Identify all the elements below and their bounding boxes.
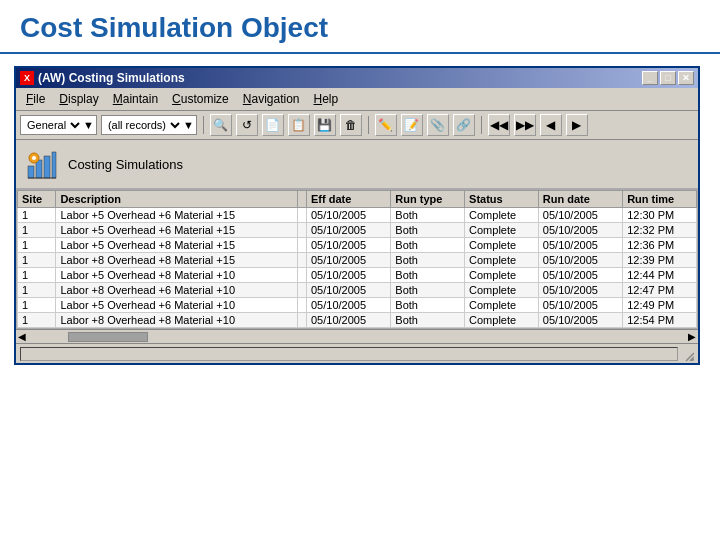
- table-container[interactable]: Site Description Eff date Run type Statu…: [16, 189, 698, 329]
- toolbar-separator-1: [203, 116, 204, 134]
- cell-status: Complete: [465, 268, 539, 283]
- col-status: Status: [465, 191, 539, 208]
- cell-eff-date: 05/10/2005: [307, 238, 391, 253]
- col-description: Description: [56, 191, 298, 208]
- table-row[interactable]: 1 Labor +5 Overhead +6 Material +10 05/1…: [18, 298, 697, 313]
- filter-select[interactable]: (all records): [104, 116, 183, 134]
- refresh-button[interactable]: ↺: [236, 114, 258, 136]
- nav2-button[interactable]: ▶▶: [514, 114, 536, 136]
- save-button[interactable]: 💾: [314, 114, 336, 136]
- window-icon: X: [20, 71, 34, 85]
- attach-button[interactable]: 📎: [427, 114, 449, 136]
- cell-site: 1: [18, 208, 56, 223]
- cell-description: Labor +8 Overhead +6 Material +10: [56, 283, 298, 298]
- cell-eff-date: 05/10/2005: [307, 298, 391, 313]
- app-header: Costing Simulations: [16, 140, 698, 189]
- horizontal-scrollbar[interactable]: ◀ ▶: [16, 329, 698, 343]
- close-button[interactable]: ✕: [678, 71, 694, 85]
- table-row[interactable]: 1 Labor +5 Overhead +8 Material +15 05/1…: [18, 238, 697, 253]
- scrollbar-thumb[interactable]: [68, 332, 148, 342]
- status-bar: [16, 343, 698, 363]
- svg-rect-0: [28, 166, 34, 178]
- table-row[interactable]: 1 Labor +8 Overhead +8 Material +15 05/1…: [18, 253, 697, 268]
- cell-run-time: 12:49 PM: [623, 298, 697, 313]
- table-header-row: Site Description Eff date Run type Statu…: [18, 191, 697, 208]
- cell-run-type: Both: [391, 208, 465, 223]
- page-title: Cost Simulation Object: [0, 0, 720, 54]
- col-run-date: Run date: [538, 191, 622, 208]
- delete-button[interactable]: 🗑: [340, 114, 362, 136]
- cell-blank: [298, 313, 307, 328]
- cell-status: Complete: [465, 313, 539, 328]
- cell-run-time: 12:39 PM: [623, 253, 697, 268]
- cell-site: 1: [18, 283, 56, 298]
- view-combo[interactable]: General ▼: [20, 115, 97, 135]
- view-select[interactable]: General: [23, 116, 83, 134]
- table-row[interactable]: 1 Labor +8 Overhead +6 Material +10 05/1…: [18, 283, 697, 298]
- col-site: Site: [18, 191, 56, 208]
- svg-rect-1: [36, 160, 42, 178]
- cell-site: 1: [18, 253, 56, 268]
- nav4-button[interactable]: ▶: [566, 114, 588, 136]
- table-row[interactable]: 1 Labor +5 Overhead +6 Material +15 05/1…: [18, 223, 697, 238]
- toolbar-separator-2: [368, 116, 369, 134]
- cell-description: Labor +5 Overhead +6 Material +15: [56, 208, 298, 223]
- cell-run-date: 05/10/2005: [538, 298, 622, 313]
- menu-display[interactable]: Display: [53, 90, 104, 108]
- cell-run-time: 12:54 PM: [623, 313, 697, 328]
- svg-point-6: [32, 156, 36, 160]
- new-button[interactable]: 📄: [262, 114, 284, 136]
- table-row[interactable]: 1 Labor +5 Overhead +6 Material +15 05/1…: [18, 208, 697, 223]
- nav1-button[interactable]: ◀◀: [488, 114, 510, 136]
- cell-blank: [298, 253, 307, 268]
- title-bar-left: X (AW) Costing Simulations: [20, 71, 185, 85]
- cell-run-type: Both: [391, 283, 465, 298]
- menu-navigation[interactable]: Navigation: [237, 90, 306, 108]
- link-button[interactable]: 🔗: [453, 114, 475, 136]
- cell-run-date: 05/10/2005: [538, 283, 622, 298]
- cell-run-time: 12:30 PM: [623, 208, 697, 223]
- app-header-title: Costing Simulations: [68, 157, 183, 172]
- cell-status: Complete: [465, 283, 539, 298]
- cell-run-time: 12:36 PM: [623, 238, 697, 253]
- cell-run-time: 12:44 PM: [623, 268, 697, 283]
- cell-status: Complete: [465, 223, 539, 238]
- scroll-right-btn[interactable]: ▶: [686, 331, 698, 342]
- note-button[interactable]: 📝: [401, 114, 423, 136]
- cell-run-date: 05/10/2005: [538, 253, 622, 268]
- cell-site: 1: [18, 238, 56, 253]
- search-button[interactable]: 🔍: [210, 114, 232, 136]
- cell-status: Complete: [465, 298, 539, 313]
- maximize-button[interactable]: □: [660, 71, 676, 85]
- window-title: (AW) Costing Simulations: [38, 71, 185, 85]
- copy-button[interactable]: 📋: [288, 114, 310, 136]
- menu-help[interactable]: Help: [308, 90, 345, 108]
- table-row[interactable]: 1 Labor +5 Overhead +8 Material +10 05/1…: [18, 268, 697, 283]
- cell-eff-date: 05/10/2005: [307, 268, 391, 283]
- filter-combo[interactable]: (all records) ▼: [101, 115, 197, 135]
- minimize-button[interactable]: _: [642, 71, 658, 85]
- cell-status: Complete: [465, 253, 539, 268]
- cell-run-type: Both: [391, 298, 465, 313]
- cell-site: 1: [18, 223, 56, 238]
- cell-run-date: 05/10/2005: [538, 208, 622, 223]
- cell-description: Labor +8 Overhead +8 Material +10: [56, 313, 298, 328]
- col-run-type: Run type: [391, 191, 465, 208]
- svg-rect-2: [44, 156, 50, 178]
- menu-customize[interactable]: Customize: [166, 90, 235, 108]
- nav3-button[interactable]: ◀: [540, 114, 562, 136]
- svg-rect-3: [52, 152, 56, 178]
- edit-button[interactable]: ✏️: [375, 114, 397, 136]
- cell-eff-date: 05/10/2005: [307, 208, 391, 223]
- cell-site: 1: [18, 313, 56, 328]
- menu-maintain[interactable]: Maintain: [107, 90, 164, 108]
- app-icon: [26, 148, 58, 180]
- table-row[interactable]: 1 Labor +8 Overhead +8 Material +10 05/1…: [18, 313, 697, 328]
- menu-file[interactable]: File: [20, 90, 51, 108]
- toolbar-separator-3: [481, 116, 482, 134]
- resize-grip-icon[interactable]: [680, 347, 694, 361]
- toolbar: General ▼ (all records) ▼ 🔍 ↺ 📄 📋 💾 🗑 ✏️…: [16, 111, 698, 140]
- menubar: File Display Maintain Customize Navigati…: [16, 88, 698, 111]
- cell-status: Complete: [465, 208, 539, 223]
- scroll-left-btn[interactable]: ◀: [16, 331, 28, 342]
